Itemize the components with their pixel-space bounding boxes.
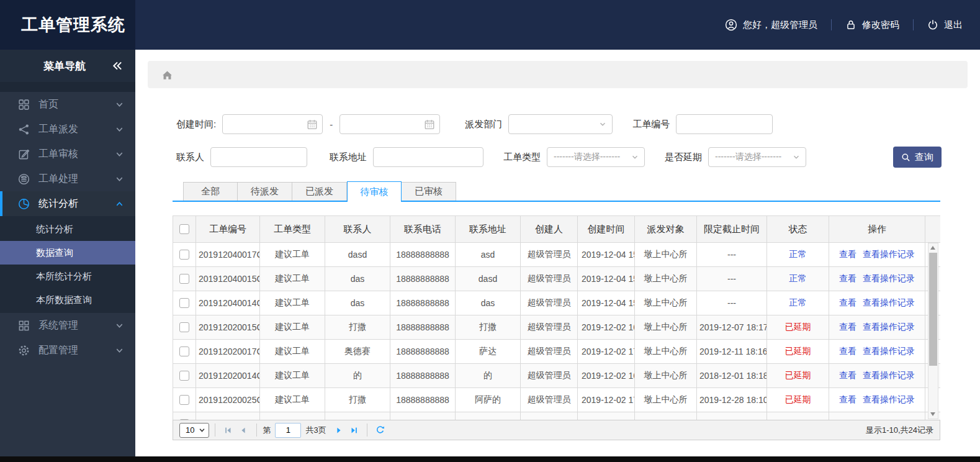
row-checkbox[interactable]	[179, 346, 189, 356]
address-group: 联系地址	[330, 147, 483, 167]
sidebar-item-label: 首页	[38, 98, 58, 111]
scrollbar-thumb[interactable]	[929, 253, 937, 366]
header-divider	[831, 19, 832, 30]
select-all-checkbox[interactable]	[179, 224, 189, 234]
view-log-link[interactable]: 查看操作记录	[863, 322, 915, 332]
order-no-input[interactable]	[676, 114, 773, 134]
submenu-item[interactable]: 本所统计分析	[0, 265, 135, 288]
cell-status: 已延期	[767, 388, 829, 412]
column-header: 联系地址	[456, 216, 521, 243]
home-icon[interactable]	[161, 69, 173, 81]
cell-creator: 超级管理员	[521, 340, 578, 364]
sidebar-item-5[interactable]: 统计分析	[0, 191, 135, 216]
table-row: 201912020014C建议工单的18888888888的超级管理员2019-…	[173, 364, 941, 388]
scroll-down-arrow-icon[interactable]	[930, 412, 935, 416]
submenu-item[interactable]: 数据查询	[0, 241, 135, 265]
calendar-icon[interactable]	[424, 119, 435, 130]
refresh-icon[interactable]	[375, 425, 385, 435]
sidebar-item-6[interactable]: 系统管理	[0, 313, 135, 338]
date-separator: -	[330, 119, 333, 130]
row-checkbox[interactable]	[179, 371, 189, 381]
cell-status: 已延期	[767, 315, 829, 340]
cell-order_no: 201912020014C	[196, 364, 260, 388]
column-header: 限定截止时间	[697, 216, 767, 243]
order-no-label: 工单编号	[632, 119, 670, 130]
cell-phone: 18888888888	[390, 267, 456, 291]
cell-target: 墩上中心所	[635, 315, 697, 340]
row-checkbox[interactable]	[179, 322, 189, 332]
view-link[interactable]: 查看	[839, 273, 856, 283]
address-input[interactable]	[373, 147, 483, 167]
cell-contact: dasd	[325, 243, 390, 267]
delay-select[interactable]: -------请选择-------	[708, 147, 806, 167]
cell-address: 阿萨的	[456, 388, 521, 412]
tab-5[interactable]: 已审核	[402, 182, 456, 201]
sidebar-item-2[interactable]: 工单派发	[0, 117, 135, 142]
cell-status: 正常	[767, 291, 829, 315]
sidebar-header: 菜单导航	[0, 50, 135, 82]
row-checkbox[interactable]	[179, 298, 189, 308]
chevron-down-icon	[598, 120, 607, 129]
table-scrollbar[interactable]	[928, 243, 938, 419]
sidebar-item-4[interactable]: 工单处理	[0, 166, 135, 191]
row-checkbox[interactable]	[179, 419, 189, 420]
contact-input[interactable]	[210, 147, 307, 167]
view-log-link[interactable]: 查看操作记录	[863, 370, 915, 380]
collapse-sidebar-icon[interactable]	[112, 60, 123, 71]
tab-4[interactable]: 待审核	[347, 181, 402, 202]
row-checkbox[interactable]	[179, 250, 189, 260]
column-header: 工单类型	[260, 216, 325, 243]
sidebar-item-7[interactable]: 配置管理	[0, 338, 135, 363]
tab-1[interactable]: 全部	[183, 182, 238, 201]
order-type-select[interactable]: -------请选择-------	[547, 147, 645, 167]
sidebar-item-3[interactable]: 工单审核	[0, 142, 135, 166]
cell-empty	[697, 412, 767, 420]
last-page-button[interactable]	[348, 424, 360, 437]
sidebar-item-1[interactable]: 首页	[0, 92, 135, 117]
view-log-link[interactable]: 查看操作记录	[863, 273, 915, 283]
cell-created: 2019-12-02 16	[578, 364, 635, 388]
page-size-value: 10	[186, 425, 194, 435]
view-log-link[interactable]: 查看操作记录	[863, 346, 915, 356]
next-page-button[interactable]	[333, 424, 345, 437]
cell-phone: 18888888888	[390, 243, 456, 267]
sidebar-submenu: 统计分析数据查询本所统计分析本所数据查询	[0, 216, 135, 313]
page-number-input[interactable]	[275, 423, 301, 438]
view-link[interactable]: 查看	[839, 297, 856, 307]
order-no-group: 工单编号	[632, 114, 773, 134]
row-checkbox-cell	[173, 340, 196, 364]
submenu-item[interactable]: 本所数据查询	[0, 288, 135, 312]
row-checkbox[interactable]	[179, 395, 189, 405]
scroll-up-arrow-icon[interactable]	[930, 246, 935, 250]
view-link[interactable]: 查看	[839, 370, 856, 380]
first-page-button[interactable]	[222, 424, 235, 437]
prev-page-button[interactable]	[237, 424, 249, 437]
dispatch-dept-select[interactable]	[508, 114, 613, 134]
contact-group: 联系人	[176, 147, 307, 167]
row-checkbox[interactable]	[179, 274, 189, 284]
tab-2[interactable]: 待派发	[238, 182, 292, 201]
change-password-button[interactable]: 修改密码	[845, 19, 899, 31]
row-checkbox-cell	[173, 291, 196, 315]
cell-contact: 打撒	[325, 315, 390, 340]
page-size-select[interactable]: 10	[179, 423, 209, 438]
view-log-link[interactable]: 查看操作记录	[863, 249, 915, 259]
cell-target: 墩上中心所	[635, 243, 697, 267]
delay-label: 是否延期	[665, 152, 702, 163]
submenu-item[interactable]: 统计分析	[0, 217, 135, 241]
tab-3[interactable]: 已派发	[292, 182, 347, 201]
search-button[interactable]: 查询	[893, 147, 942, 168]
view-link[interactable]: 查看	[839, 322, 856, 332]
cell-created: 2019-12-02 16	[578, 315, 635, 340]
created-time-label: 创建时间:	[176, 119, 216, 130]
logout-button[interactable]: 退出	[927, 19, 963, 31]
cell-order_no: 201912020025C	[196, 388, 260, 412]
view-link[interactable]: 查看	[839, 346, 856, 356]
view-log-link[interactable]: 查看操作记录	[863, 394, 915, 404]
view-log-link[interactable]: 查看操作记录	[863, 297, 915, 307]
cell-created: 2019-12-04 15	[578, 291, 635, 315]
view-link[interactable]: 查看	[839, 249, 856, 259]
view-link[interactable]: 查看	[839, 394, 856, 404]
cell-status: 正常	[767, 267, 829, 291]
calendar-icon[interactable]	[307, 119, 318, 130]
